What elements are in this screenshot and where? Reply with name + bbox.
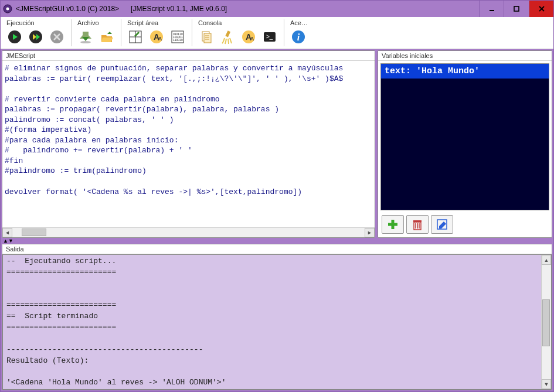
title-primary: <JMEScriptGUI v0.1.0 (C) 2018>: [16, 5, 119, 13]
scroll-thumb[interactable]: [542, 299, 550, 346]
toolbar-group-consola: Consola AA >_: [197, 19, 284, 46]
open-button[interactable]: [97, 28, 116, 46]
titlebar[interactable]: <JMEScriptGUI v0.1.0 (C) 2018> [JMEScrip…: [1, 1, 553, 17]
terminal-button[interactable]: >_: [260, 28, 279, 46]
title-secondary: [JMEScript v0.1.1, JME v0.6.0]: [131, 5, 227, 13]
toolbar-group-archivo: Archivo: [76, 19, 121, 46]
splitter-handle[interactable]: ▲▼: [2, 238, 552, 244]
toolbar-group-label: Script área: [126, 19, 187, 26]
variables-panel-title: Variables iniciales: [378, 51, 552, 61]
edit-variable-button[interactable]: [431, 215, 453, 234]
toolbar-group-ejecucion: Ejecución: [5, 19, 72, 46]
grid-button[interactable]: [126, 28, 145, 46]
info-button[interactable]: i: [289, 28, 308, 46]
svg-text:110010: 110010: [173, 38, 183, 42]
stop-button[interactable]: [47, 28, 66, 46]
variables-panel: Variables iniciales text: 'Hola Mundo': [378, 50, 552, 238]
output-vscrollbar[interactable]: ▲ ▼: [541, 255, 551, 389]
svg-rect-47: [413, 220, 422, 222]
scroll-down-icon[interactable]: ▼: [542, 379, 551, 389]
toolbar: Ejecución Archivo Script área AA 0101101…: [1, 17, 553, 49]
script-editor[interactable]: # eliminar signos de puntuación, separar…: [2, 61, 375, 227]
svg-text:A: A: [250, 36, 254, 42]
delete-variable-button[interactable]: [406, 215, 429, 234]
app-icon: [3, 4, 12, 13]
toolbar-group-label: Consola: [197, 19, 279, 26]
svg-marker-16: [107, 32, 112, 34]
scroll-thumb[interactable]: [22, 229, 46, 236]
run-step-button[interactable]: [26, 28, 45, 46]
run-button[interactable]: [5, 28, 24, 46]
script-panel: JMEScript # eliminar signos de puntuació…: [2, 50, 375, 238]
svg-text:i: i: [297, 32, 300, 42]
binary-button[interactable]: 010110101001110010: [168, 28, 187, 46]
svg-marker-49: [439, 221, 446, 229]
output-panel-title: Salida: [2, 244, 552, 254]
scroll-left-icon[interactable]: ◄: [2, 228, 12, 237]
console-font-button[interactable]: AA: [239, 28, 258, 46]
toolbar-group-label: Ejecución: [5, 19, 66, 26]
script-hscrollbar[interactable]: ◄ ►: [2, 227, 375, 237]
svg-text:>_: >_: [266, 33, 273, 40]
save-button[interactable]: [76, 28, 95, 46]
clear-button[interactable]: [218, 28, 237, 46]
copy-button[interactable]: [197, 28, 216, 46]
svg-point-15: [80, 41, 91, 43]
output-console[interactable]: -- Ejecutando script... ================…: [3, 255, 541, 389]
app-window: <JMEScriptGUI v0.1.0 (C) 2018> [JMEScrip…: [0, 0, 554, 392]
maximize-button[interactable]: [504, 1, 528, 17]
svg-marker-14: [82, 37, 89, 41]
svg-rect-3: [514, 6, 519, 11]
content-area: JMEScript # eliminar signos de puntuació…: [1, 49, 553, 391]
svg-point-1: [6, 8, 9, 11]
output-panel: Salida -- Ejecutando script... =========…: [2, 244, 552, 390]
minimize-button[interactable]: [479, 1, 504, 17]
variable-row[interactable]: text: 'Hola Mundo': [381, 64, 549, 79]
svg-rect-33: [225, 30, 230, 37]
variables-list[interactable]: text: 'Hola Mundo': [380, 63, 549, 210]
scroll-right-icon[interactable]: ►: [365, 228, 375, 237]
svg-rect-29: [204, 33, 211, 43]
toolbar-group-script-area: Script área AA 010110101001110010: [126, 19, 192, 46]
toolbar-group-label: Archivo: [76, 19, 116, 26]
toolbar-group-acerca: Ace… i: [289, 19, 312, 46]
close-button[interactable]: [529, 1, 553, 17]
svg-text:A: A: [158, 36, 162, 42]
script-panel-title: JMEScript: [2, 51, 375, 61]
add-variable-button[interactable]: [382, 215, 404, 234]
font-size-button[interactable]: AA: [147, 28, 166, 46]
scroll-up-icon[interactable]: ▲: [542, 255, 551, 265]
toolbar-group-label: Ace…: [289, 19, 308, 26]
